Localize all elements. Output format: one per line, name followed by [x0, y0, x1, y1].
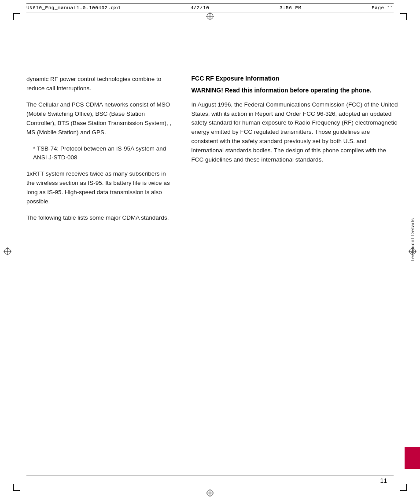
left-column: dynamic RF power control technologies co…	[26, 35, 182, 469]
right-column: FCC RF Exposure Information WARNING! Rea…	[182, 35, 398, 469]
reg-mark-top	[206, 12, 214, 22]
right-body-text: In August 1996, the Federal Communicatio…	[191, 100, 398, 165]
left-para-3: 1xRTT system receives twice as many subs…	[26, 169, 173, 206]
header-bar: UN610_Eng_manual1.0-100402.qxd 4/2/10 3:…	[26, 4, 394, 12]
sidebar: Technical Details	[405, 35, 420, 469]
header-date: 4/2/10	[191, 5, 210, 11]
warning-title: WARNING! Read this information before op…	[191, 86, 398, 95]
reg-mark-left	[4, 247, 11, 257]
left-para-2: The Cellular and PCS CDMA networks consi…	[26, 100, 173, 137]
left-para-4: The following table lists some major CDM…	[26, 213, 173, 223]
sidebar-color-block	[405, 447, 420, 469]
corner-mark-bottom-right	[400, 484, 407, 491]
corner-mark-top-right	[400, 13, 407, 20]
page-container: UN610_Eng_manual1.0-100402.qxd 4/2/10 3:…	[0, 0, 420, 504]
sidebar-text-container: Technical Details	[410, 35, 415, 445]
header-page: Page 11	[372, 5, 394, 11]
sidebar-label: Technical Details	[410, 218, 415, 262]
corner-mark-top-left	[13, 13, 20, 20]
main-content: dynamic RF power control technologies co…	[26, 35, 398, 469]
reg-mark-bottom	[206, 489, 214, 499]
section-title: FCC RF Exposure Information	[191, 75, 398, 82]
corner-mark-bottom-left	[13, 484, 20, 491]
bottom-rule	[26, 475, 394, 475]
header-filename: UN610_Eng_manual1.0-100402.qxd	[26, 5, 120, 11]
header-time: 3:56 PM	[280, 5, 302, 11]
page-number: 11	[380, 477, 387, 484]
left-bullet-1: * TSB-74: Protocol between an IS-95A sys…	[26, 144, 173, 163]
left-para-1: dynamic RF power control technologies co…	[26, 75, 173, 93]
